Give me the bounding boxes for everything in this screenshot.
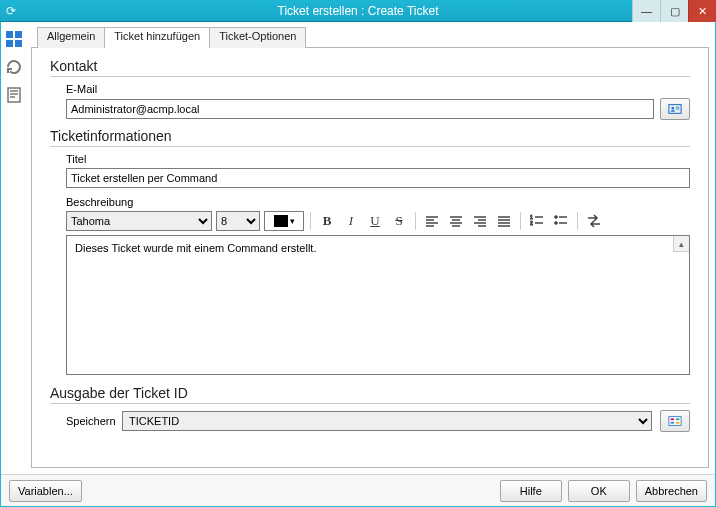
title-input[interactable] bbox=[66, 168, 690, 188]
svg-rect-39 bbox=[671, 422, 675, 424]
email-input[interactable] bbox=[66, 99, 654, 119]
lookup-contact-button[interactable] bbox=[660, 98, 690, 120]
svg-rect-36 bbox=[669, 417, 681, 426]
ok-button[interactable]: OK bbox=[568, 480, 630, 502]
app-icon: ⟳ bbox=[0, 4, 22, 18]
store-label: Speichern bbox=[66, 415, 114, 427]
unordered-list-button[interactable] bbox=[551, 211, 571, 231]
email-label: E-Mail bbox=[66, 83, 690, 95]
divider bbox=[50, 146, 690, 147]
svg-point-33 bbox=[555, 222, 558, 225]
sidebar bbox=[3, 26, 29, 474]
separator bbox=[415, 212, 416, 230]
help-button[interactable]: Hilfe bbox=[500, 480, 562, 502]
apps-icon[interactable] bbox=[3, 28, 25, 50]
cancel-button[interactable]: Abbrechen bbox=[636, 480, 707, 502]
svg-rect-3 bbox=[15, 40, 22, 47]
tab-strip: Allgemein Ticket hinzufügen Ticket-Optio… bbox=[31, 26, 709, 47]
svg-rect-40 bbox=[676, 422, 680, 424]
svg-rect-38 bbox=[676, 418, 680, 420]
window-title: Ticket erstellen : Create Ticket bbox=[0, 4, 716, 18]
svg-point-9 bbox=[671, 107, 674, 110]
description-textarea[interactable]: Dieses Ticket wurde mit einem Command er… bbox=[66, 235, 690, 375]
italic-button[interactable]: I bbox=[341, 211, 361, 231]
color-swatch bbox=[274, 215, 288, 227]
section-info-heading: Ticketinformationen bbox=[50, 128, 690, 144]
svg-rect-0 bbox=[6, 31, 13, 38]
title-label: Titel bbox=[66, 153, 690, 165]
title-bar: ⟳ Ticket erstellen : Create Ticket — ▢ ✕ bbox=[0, 0, 716, 22]
font-color-picker[interactable]: ▾ bbox=[264, 211, 304, 231]
dialog-footer: Variablen... Hilfe OK Abbrechen bbox=[1, 474, 715, 506]
svg-rect-4 bbox=[8, 88, 20, 102]
font-family-select[interactable]: Tahoma bbox=[66, 211, 212, 231]
ltr-rtl-button[interactable] bbox=[584, 211, 604, 231]
section-kontakt-heading: Kontakt bbox=[50, 58, 690, 74]
tab-add-ticket[interactable]: Ticket hinzufügen bbox=[104, 27, 210, 48]
tab-options[interactable]: Ticket-Optionen bbox=[209, 27, 306, 48]
chevron-down-icon: ▾ bbox=[290, 216, 295, 226]
divider bbox=[50, 403, 690, 404]
minimize-button[interactable]: — bbox=[632, 0, 660, 22]
store-variable-select[interactable]: TICKETID bbox=[122, 411, 652, 431]
separator bbox=[520, 212, 521, 230]
section-output-heading: Ausgabe der Ticket ID bbox=[50, 385, 690, 401]
svg-rect-2 bbox=[6, 40, 13, 47]
svg-point-32 bbox=[555, 216, 558, 219]
refresh-icon[interactable] bbox=[3, 56, 25, 78]
variable-picker-button[interactable] bbox=[660, 410, 690, 432]
svg-rect-1 bbox=[15, 31, 22, 38]
align-left-button[interactable] bbox=[422, 211, 442, 231]
separator bbox=[577, 212, 578, 230]
font-size-select[interactable]: 8 bbox=[216, 211, 260, 231]
align-justify-button[interactable] bbox=[494, 211, 514, 231]
contact-card-icon bbox=[668, 102, 682, 116]
scroll-up-icon[interactable]: ▴ bbox=[673, 236, 689, 252]
tab-panel-add: Kontakt E-Mail Ticketinformationen Titel… bbox=[31, 47, 709, 468]
description-label: Beschreibung bbox=[66, 196, 690, 208]
separator bbox=[310, 212, 311, 230]
tab-general[interactable]: Allgemein bbox=[37, 27, 105, 48]
variable-icon bbox=[668, 414, 682, 428]
svg-rect-37 bbox=[671, 418, 675, 420]
align-right-button[interactable] bbox=[470, 211, 490, 231]
rte-toolbar: Tahoma 8 ▾ B I U S 12 bbox=[66, 211, 690, 231]
page-icon[interactable] bbox=[3, 84, 25, 106]
maximize-button[interactable]: ▢ bbox=[660, 0, 688, 22]
ordered-list-button[interactable]: 12 bbox=[527, 211, 547, 231]
underline-button[interactable]: U bbox=[365, 211, 385, 231]
svg-text:2: 2 bbox=[530, 220, 533, 226]
variables-button[interactable]: Variablen... bbox=[9, 480, 82, 502]
align-center-button[interactable] bbox=[446, 211, 466, 231]
close-button[interactable]: ✕ bbox=[688, 0, 716, 22]
bold-button[interactable]: B bbox=[317, 211, 337, 231]
divider bbox=[50, 76, 690, 77]
strikethrough-button[interactable]: S bbox=[389, 211, 409, 231]
